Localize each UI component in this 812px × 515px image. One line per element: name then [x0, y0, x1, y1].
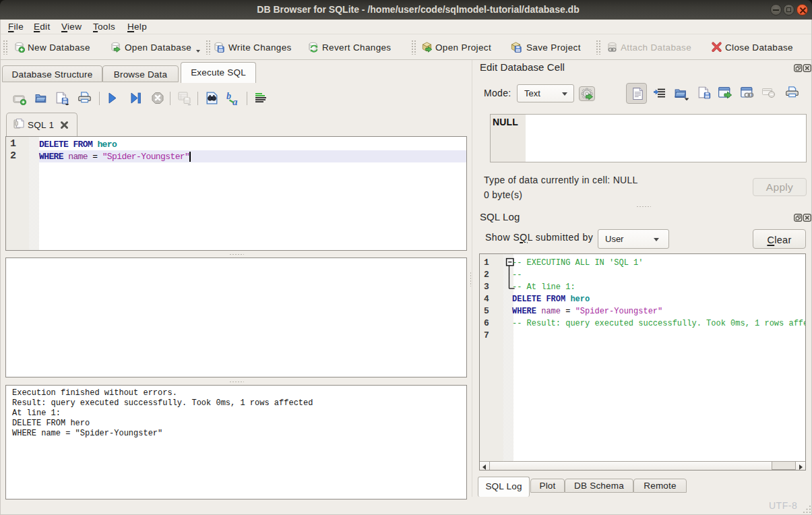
svg-text:a: a — [232, 96, 238, 105]
svg-text:b: b — [226, 92, 231, 101]
